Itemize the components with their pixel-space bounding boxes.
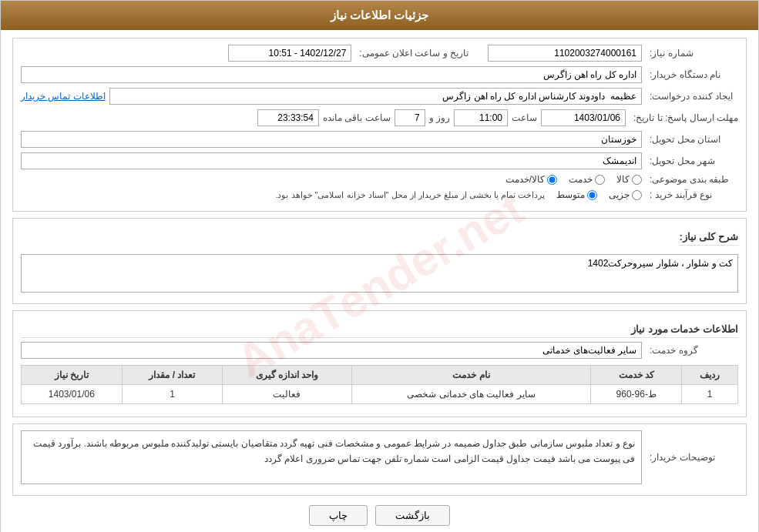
city-input <box>21 152 642 169</box>
creator-label: ایجاد کننده درخواست: <box>646 91 738 102</box>
purchase-type-radio-jozi[interactable] <box>632 190 642 200</box>
buyer-notes-row: توضیحات خریدار: نوع و تعداد ملبوس سازمان… <box>21 430 738 484</box>
services-section: اطلاعات خدمات مورد نیاز گروه خدمت: ردیف … <box>12 310 747 417</box>
creator-input <box>109 88 642 105</box>
need-description-section: شرح کلی نیاز: کت و شلوار ، شلوار سیروحرک… <box>12 218 747 304</box>
purchase-type-radio-motawaset[interactable] <box>587 190 597 200</box>
category-row: طبقه بندی موضوعی: کالا خدمت کالا/خدمت <box>21 174 738 185</box>
category-option-khedmat[interactable]: خدمت <box>569 174 605 185</box>
services-section-title: اطلاعات خدمات مورد نیاز <box>21 323 738 338</box>
announce-label: تاریخ و ساعت اعلان عمومی: <box>355 48 468 59</box>
services-table-container: ردیف کد خدمت نام خدمت واحد اندازه گیری ت… <box>21 365 738 404</box>
col-service-name: نام خدمت <box>351 366 591 385</box>
basic-info-section: شماره نیاز: تاریخ و ساعت اعلان عمومی: نا… <box>12 38 747 212</box>
need-number-label: شماره نیاز: <box>646 48 738 59</box>
table-cell-quantity: 1 <box>122 385 223 404</box>
need-number-input[interactable] <box>488 45 642 62</box>
table-header-row: ردیف کد خدمت نام خدمت واحد اندازه گیری ت… <box>22 366 738 385</box>
purchase-type-label-jozi: جزیی <box>609 189 630 200</box>
category-radio-kala[interactable] <box>632 175 642 185</box>
page-header: جزئیات اطلاعات نیاز <box>1 1 758 30</box>
deadline-time-input <box>454 109 508 126</box>
deadline-remaining-input <box>257 109 319 126</box>
need-description-input-row: کت و شلوار ، شلوار سیروحرکت1402 <box>21 254 738 293</box>
category-label-kala: کالا <box>616 174 630 185</box>
col-unit: واحد اندازه گیری <box>223 366 351 385</box>
deadline-days-input <box>395 109 425 126</box>
col-date: تاریخ نیاز <box>22 366 123 385</box>
table-cell-name: سایر فعالیت های خدماتی شخصی <box>351 385 591 404</box>
purchase-type-row: نوع فرآیند خرید : جزیی متوسط پرداخت تمام… <box>21 189 738 200</box>
category-option-kala-khedmat[interactable]: کالا/خدمت <box>505 174 557 185</box>
buyer-org-row: نام دستگاه خریدار: <box>21 66 738 83</box>
deadline-row: مهلت ارسال پاسخ: تا تاریخ: ساعت روز و سا… <box>21 109 738 126</box>
table-cell-date: 1403/01/06 <box>22 385 123 404</box>
category-option-kala[interactable]: کالا <box>616 174 642 185</box>
buyer-notes-content: نوع و تعداد ملبوس سازمانی طبق جداول ضمیم… <box>21 430 642 484</box>
services-table: ردیف کد خدمت نام خدمت واحد اندازه گیری ت… <box>21 365 738 404</box>
main-container: جزئیات اطلاعات نیاز AnaТender.net شماره … <box>0 0 759 532</box>
page-title: جزئیات اطلاعات نیاز <box>331 8 428 22</box>
service-group-input <box>21 342 642 359</box>
purchase-type-note: پرداخت تمام یا بخشی از مبلغ خریدار از مح… <box>275 190 545 200</box>
category-label-khedmat: خدمت <box>569 174 593 185</box>
deadline-label: مهلت ارسال پاسخ: تا تاریخ: <box>630 112 738 123</box>
deadline-time-label: ساعت <box>512 112 537 123</box>
table-row: 1ط-96-960سایر فعالیت های خدماتی شخصیفعال… <box>22 385 738 404</box>
buyer-org-input <box>21 66 642 83</box>
buyer-notes-section: توضیحات خریدار: نوع و تعداد ملبوس سازمان… <box>12 423 747 496</box>
buyer-org-label: نام دستگاه خریدار: <box>646 69 738 80</box>
purchase-type-label: نوع فرآیند خرید : <box>646 189 738 200</box>
city-label: شهر محل تحویل: <box>646 156 738 166</box>
province-row: استان محل تحویل: <box>21 131 738 148</box>
purchase-type-motawaset[interactable]: متوسط <box>556 189 597 200</box>
announce-input <box>228 45 351 62</box>
city-row: شهر محل تحویل: <box>21 152 738 169</box>
deadline-remaining-label: ساعت باقی مانده <box>323 112 391 123</box>
service-group-label: گروه خدمت: <box>646 345 738 356</box>
buyer-notes-label: توضیحات خریدار: <box>646 452 738 463</box>
purchase-type-jozi[interactable]: جزیی <box>609 189 642 200</box>
col-row-number: ردیف <box>682 366 738 385</box>
need-description-row: شرح کلی نیاز: <box>21 225 738 249</box>
need-description-label: شرح کلی نیاز: <box>679 231 738 246</box>
table-cell-row: 1 <box>682 385 738 404</box>
col-quantity: تعداد / مقدار <box>122 366 223 385</box>
back-button[interactable]: بازگشت <box>375 505 450 526</box>
purchase-type-label-motawaset: متوسط <box>556 189 585 200</box>
need-description-textarea[interactable]: کت و شلوار ، شلوار سیروحرکت1402 <box>21 254 738 293</box>
col-service-code: کد خدمت <box>591 366 682 385</box>
category-label-kala-khedmat: کالا/خدمت <box>505 174 545 185</box>
category-radio-kala-khedmat[interactable] <box>547 175 557 185</box>
action-buttons: بازگشت چاپ <box>12 505 747 526</box>
content-area: AnaТender.net شماره نیاز: تاریخ و ساعت ا… <box>1 30 758 532</box>
contact-link[interactable]: اطلاعات تماس خریدار <box>21 91 106 102</box>
purchase-type-radio-group: جزیی متوسط <box>556 189 642 200</box>
province-label: استان محل تحویل: <box>646 134 738 145</box>
creator-row: ایجاد کننده درخواست: اطلاعات تماس خریدار <box>21 88 738 105</box>
table-cell-unit: فعالیت <box>223 385 351 404</box>
deadline-date-input <box>541 109 626 126</box>
category-radio-khedmat[interactable] <box>595 175 605 185</box>
service-group-row: گروه خدمت: <box>21 342 738 359</box>
category-label: طبقه بندی موضوعی: <box>646 174 738 185</box>
table-cell-code: ط-96-960 <box>591 385 682 404</box>
province-input <box>21 131 642 148</box>
need-number-row: شماره نیاز: تاریخ و ساعت اعلان عمومی: <box>21 45 738 62</box>
category-radio-group: کالا خدمت کالا/خدمت <box>505 174 642 185</box>
deadline-day-label: روز و <box>429 112 450 123</box>
print-button[interactable]: چاپ <box>309 505 368 526</box>
